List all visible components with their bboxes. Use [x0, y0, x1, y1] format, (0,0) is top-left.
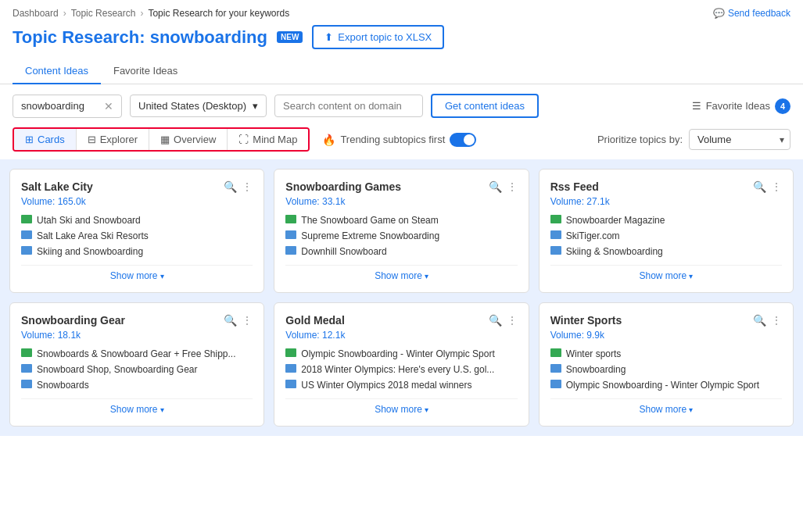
card-item-text-1-2: Downhill Snowboard	[301, 246, 386, 257]
search-icon[interactable]: 🔍	[489, 180, 502, 193]
domain-search-field[interactable]	[274, 95, 423, 117]
list-icon: ☰	[692, 100, 701, 112]
clear-keyword-icon[interactable]: ✕	[104, 100, 113, 112]
show-more-label: Show more	[110, 270, 158, 281]
search-icon[interactable]: 🔍	[224, 180, 237, 193]
prioritize-section: Prioritize topics by: Volume Efficiency …	[597, 129, 790, 150]
show-more-2[interactable]: Show more▾	[550, 265, 782, 281]
breadcrumb-dashboard[interactable]: Dashboard	[13, 8, 59, 19]
domain-input[interactable]	[283, 100, 414, 112]
blue-flag-icon	[285, 380, 296, 388]
chevron-down-icon: ▾	[160, 405, 164, 414]
blue-flag-icon	[285, 246, 296, 255]
card-items-1: The Snowboard Game on SteamSupreme Extre…	[285, 215, 517, 257]
tab-favorite-ideas[interactable]: Favorite Ideas	[101, 59, 190, 84]
card-item-text-1-1: Supreme Extreme Snowboarding	[301, 230, 439, 241]
card-item-text-5-1: Snowboarding	[566, 364, 626, 375]
blue-flag-icon	[21, 246, 32, 255]
trending-toggle-switch[interactable]	[450, 133, 476, 147]
show-more-label: Show more	[110, 404, 158, 415]
get-ideas-button[interactable]: Get content ideas	[431, 94, 539, 118]
card-item-text-5-2: Olympic Snowboarding - Winter Olympic Sp…	[566, 380, 759, 391]
show-more-label: Show more	[375, 270, 422, 281]
show-more-1[interactable]: Show more▾	[285, 265, 517, 281]
export-button[interactable]: ⬆ Export topic to XLSX	[312, 25, 444, 49]
prioritize-label: Prioritize topics by:	[597, 134, 683, 145]
view-tabs-group: ⊞ Cards ⊟ Explorer ▦ Overview ⛶ Mind Map	[13, 127, 310, 152]
favorite-ideas-label[interactable]: Favorite Ideas	[706, 100, 770, 112]
view-tab-mindmap[interactable]: ⛶ Mind Map	[228, 129, 308, 150]
card-0: Salt Lake City🔍⋮Volume: 165.0kUtah Ski a…	[9, 169, 264, 293]
feedback-icon: 💬	[713, 8, 725, 19]
show-more-4[interactable]: Show more▾	[285, 398, 517, 415]
location-chevron-icon: ▾	[253, 100, 258, 112]
more-icon[interactable]: ⋮	[507, 314, 518, 327]
volume-select[interactable]: Volume Efficiency Topic Efficiency	[689, 129, 790, 150]
search-icon[interactable]: 🔍	[489, 314, 502, 327]
card-item-text-2-1: SkiTiger.com	[566, 230, 620, 241]
card-items-4: Olympic Snowboarding - Winter Olympic Sp…	[285, 348, 517, 391]
view-toolbar: ⊞ Cards ⊟ Explorer ▦ Overview ⛶ Mind Map…	[0, 127, 803, 159]
card-actions-2[interactable]: 🔍⋮	[753, 180, 782, 193]
keyword-search-field[interactable]: ✕	[13, 95, 122, 118]
card-actions-5[interactable]: 🔍⋮	[753, 314, 782, 327]
card-item-text-1-0: The Snowboard Game on Steam	[301, 215, 438, 226]
cards-container: Salt Lake City🔍⋮Volume: 165.0kUtah Ski a…	[0, 159, 803, 436]
blue-flag-icon	[21, 364, 32, 373]
overview-icon: ▦	[160, 134, 170, 145]
chevron-down-icon: ▾	[425, 272, 428, 280]
search-icon[interactable]: 🔍	[753, 180, 766, 193]
card-item-2-0: Snowboarder Magazine	[550, 215, 782, 226]
card-header-2: Rss Feed🔍⋮	[550, 180, 782, 193]
more-icon[interactable]: ⋮	[771, 314, 782, 327]
toggle-knob	[464, 134, 475, 145]
card-item-4-2: US Winter Olympics 2018 medal winners	[285, 380, 517, 391]
view-tab-explorer[interactable]: ⊟ Explorer	[77, 129, 149, 150]
card-item-3-1: Snowboard Shop, Snowboarding Gear	[21, 364, 253, 375]
card-actions-1[interactable]: 🔍⋮	[489, 180, 518, 193]
blue-flag-icon	[550, 364, 561, 373]
card-volume-1: Volume: 33.1k	[285, 196, 517, 207]
card-actions-4[interactable]: 🔍⋮	[489, 314, 518, 327]
card-items-3: Snowboards & Snowboard Gear + Free Shipp…	[21, 348, 253, 391]
tab-content-ideas[interactable]: Content Ideas	[13, 59, 101, 84]
toolbar: ✕ United States (Desktop) ▾ Get content …	[0, 84, 803, 127]
keyword-input[interactable]	[21, 100, 99, 112]
card-item-text-0-2: Skiing and Snowboarding	[37, 246, 143, 257]
green-flag-icon	[285, 348, 296, 357]
card-3: Snowboarding Gear🔍⋮Volume: 18.1kSnowboar…	[9, 302, 264, 427]
location-selector[interactable]: United States (Desktop) ▾	[130, 95, 267, 117]
breadcrumb-sep2: ›	[140, 8, 143, 19]
chevron-down-icon: ▾	[425, 405, 428, 414]
show-more-3[interactable]: Show more▾	[21, 398, 253, 415]
search-icon[interactable]: 🔍	[753, 314, 766, 327]
card-item-text-3-0: Snowboards & Snowboard Gear + Free Shipp…	[37, 348, 235, 359]
more-icon[interactable]: ⋮	[771, 180, 782, 193]
view-tab-cards[interactable]: ⊞ Cards	[14, 129, 77, 150]
breadcrumb-current: Topic Research for your keywords	[148, 8, 289, 19]
cards-label: Cards	[38, 134, 65, 145]
card-header-4: Gold Medal🔍⋮	[285, 314, 517, 327]
card-item-4-1: 2018 Winter Olympics: Here's every U.S. …	[285, 364, 517, 375]
view-tab-overview[interactable]: ▦ Overview	[149, 129, 228, 150]
card-actions-0[interactable]: 🔍⋮	[224, 180, 253, 193]
send-feedback-button[interactable]: 💬 Send feedback	[713, 8, 790, 19]
blue-flag-icon	[285, 230, 296, 239]
show-more-5[interactable]: Show more▾	[550, 398, 782, 415]
card-title-2: Rss Feed	[550, 180, 599, 193]
green-flag-icon	[550, 215, 561, 223]
main-tabs: Content Ideas Favorite Ideas	[0, 59, 803, 84]
more-icon[interactable]: ⋮	[242, 314, 253, 327]
search-icon[interactable]: 🔍	[224, 314, 237, 327]
show-more-0[interactable]: Show more▾	[21, 265, 253, 281]
card-title-0: Salt Lake City	[21, 180, 93, 193]
new-badge: new	[277, 31, 303, 43]
show-more-label: Show more	[639, 404, 686, 415]
breadcrumb-topic-research[interactable]: Topic Research	[71, 8, 136, 19]
card-item-text-4-2: US Winter Olympics 2018 medal winners	[301, 380, 471, 391]
more-icon[interactable]: ⋮	[507, 180, 518, 193]
card-header-1: Snowboarding Games🔍⋮	[285, 180, 517, 193]
more-icon[interactable]: ⋮	[242, 180, 253, 193]
card-actions-3[interactable]: 🔍⋮	[224, 314, 253, 327]
volume-select-wrapper[interactable]: Volume Efficiency Topic Efficiency	[689, 129, 790, 150]
